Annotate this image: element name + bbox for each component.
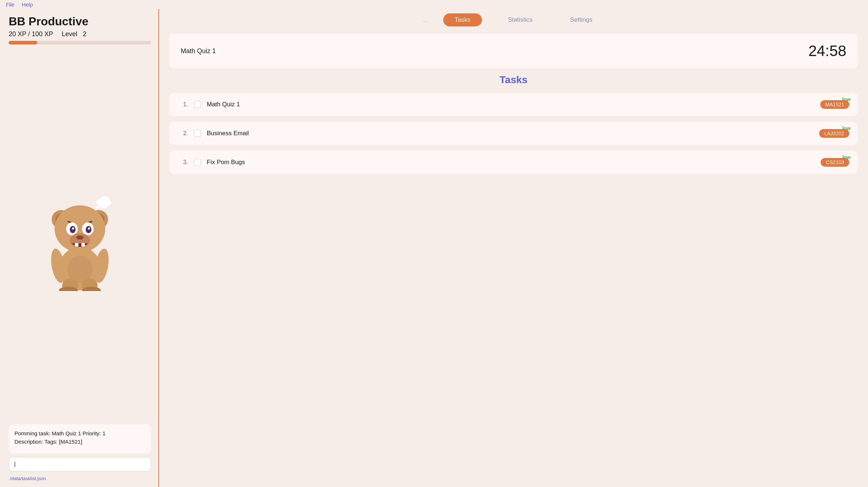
svg-point-3 <box>98 202 108 208</box>
help-menu[interactable]: Help <box>22 1 33 8</box>
timer-task-name: Math Quiz 1 <box>181 47 216 55</box>
bear-mascot <box>40 183 120 291</box>
task-checkbox[interactable] <box>194 130 201 137</box>
xp-current: 20 XP / 100 XP <box>9 30 53 38</box>
task-priority: low <box>842 154 851 160</box>
xp-row: 20 XP / 100 XP Level 2 <box>9 30 151 38</box>
svg-point-4 <box>95 205 99 209</box>
task-row: 2. Business Email LAJ3202 low <box>169 122 858 145</box>
tab-ellipsis[interactable]: ... <box>423 16 429 24</box>
task-name: Math Quiz 1 <box>207 101 814 108</box>
command-input[interactable] <box>9 457 151 471</box>
app-title: BB Productive <box>9 15 151 28</box>
mascot-area <box>9 49 151 424</box>
task-name: Fix Pom Bugs <box>207 159 815 166</box>
tasks-heading: Tasks <box>169 74 858 86</box>
task-list: 1. Math Quiz 1 MA1521 low 2. Business Em… <box>169 93 858 174</box>
timer-display: 24:58 <box>808 42 846 60</box>
xp-bar-fill <box>9 41 37 44</box>
sidebar: BB Productive 20 XP / 100 XP Level 2 <box>0 9 159 487</box>
content-area: Math Quiz 1 24:58 Tasks 1. Math Quiz 1 M… <box>159 29 868 487</box>
task-number: 1. <box>178 101 188 108</box>
tab-bar: ... Tasks Statistics Settings <box>159 9 868 29</box>
svg-point-16 <box>70 226 76 233</box>
svg-point-18 <box>72 227 74 230</box>
svg-point-25 <box>62 234 70 240</box>
task-priority: low <box>842 97 851 102</box>
file-menu[interactable]: File <box>6 1 14 8</box>
task-checkbox[interactable] <box>194 159 201 166</box>
svg-point-21 <box>76 235 84 240</box>
svg-point-17 <box>86 226 91 233</box>
main-layout: BB Productive 20 XP / 100 XP Level 2 <box>0 9 868 487</box>
tab-settings[interactable]: Settings <box>559 13 604 26</box>
tab-tasks[interactable]: Tasks <box>443 13 482 26</box>
tab-statistics[interactable]: Statistics <box>496 13 544 26</box>
right-panel: ... Tasks Statistics Settings Math Quiz … <box>159 9 868 487</box>
task-checkbox[interactable] <box>194 101 201 108</box>
svg-rect-23 <box>81 243 85 247</box>
task-number: 2. <box>178 130 188 137</box>
task-row: 1. Math Quiz 1 MA1521 low <box>169 93 858 116</box>
task-row: 3. Fix Pom Bugs CS2103 low <box>169 151 858 174</box>
svg-rect-22 <box>75 243 78 247</box>
file-path: ./data/tasklist.json <box>9 476 151 481</box>
svg-point-19 <box>88 227 90 230</box>
menubar: File Help <box>0 0 868 9</box>
task-name: Business Email <box>207 130 813 137</box>
task-number: 3. <box>178 159 188 166</box>
level-display: Level 2 <box>62 30 86 38</box>
info-box: Pomming task: Math Quiz 1 Priority: 1 De… <box>9 424 151 453</box>
timer-card: Math Quiz 1 24:58 <box>169 34 858 68</box>
xp-bar-container <box>9 41 151 44</box>
svg-point-26 <box>89 234 98 240</box>
task-priority: low <box>842 125 851 131</box>
